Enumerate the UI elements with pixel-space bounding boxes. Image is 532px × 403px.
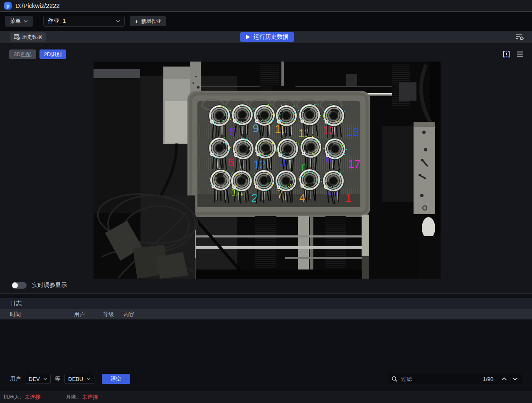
level-filter-label: 等 [55,375,60,383]
divider [38,17,38,25]
svg-text:6: 6 [228,156,234,169]
menu-button-label: 菜单 [10,17,21,25]
clear-log-button[interactable]: 清空 [102,374,130,384]
play-icon [246,35,250,40]
filter-input[interactable] [401,376,480,382]
col-user: 用户 [74,311,103,318]
svg-text:17: 17 [348,158,360,171]
chevron-down-icon [116,20,120,22]
view-tabs: 3D匹配 2D识别 [9,49,66,59]
menu-button[interactable]: 菜单 [5,16,33,27]
robot-status-label: 机器人: [3,393,21,401]
live-tuning-label: 实时调参显示 [32,282,67,289]
robot-status-value: 未连接 [25,393,41,401]
filter-settings-icon [515,33,525,41]
camera-status-value: 未连接 [82,393,98,401]
app-logo-icon: p [4,2,12,10]
chevron-down-icon [512,377,517,381]
prev-match-button[interactable] [500,377,508,381]
col-content: 内容 [123,311,532,318]
log-controls: 用户 DEV 等 DEBU 清空 1/90 [0,372,532,386]
tab-2d-recognition[interactable]: 2D识别 [39,49,66,59]
user-filter-value: DEV [29,376,40,382]
tab-3d-label: 3D匹配 [14,51,32,58]
divider [497,376,497,382]
live-tuning-toggle[interactable] [12,282,27,289]
toolbar: 历史数据 运行历史数据 [0,31,532,43]
camera-image: 59101113166123081714274151 [94,62,441,279]
history-list-icon [14,34,20,40]
log-search: 1/90 [388,373,522,384]
search-icon [392,376,398,382]
new-job-label: 新增作业 [141,18,161,25]
fit-view-button[interactable] [502,50,511,59]
tab-3d-match[interactable]: 3D匹配 [9,49,36,59]
title-bar: p D:/Pickwiz/2222 [0,0,532,12]
camera-scene: 59101113166123081714274151 [94,62,441,279]
log-title: 日志 [0,298,532,309]
window-title: D:/Pickwiz/2222 [15,2,60,9]
log-table-header: 时间 用户 等级 内容 [0,309,532,319]
app-window: p D:/Pickwiz/2222 菜单 作业_1 + 新增作业 [0,0,532,403]
menu-bar: 菜单 作业_1 + 新增作业 [0,12,532,31]
live-tuning-row: 实时调参显示 [12,282,67,289]
status-bar: 机器人: 未连接 相机: 未连接 [0,391,532,403]
camera-status-label: 相机: [66,393,79,401]
fit-view-icon [502,50,511,58]
run-history-label: 运行历史数据 [254,33,288,41]
user-filter-label: 用户 [10,375,21,383]
history-data-button[interactable]: 历史数据 [10,32,46,42]
clear-log-label: 清空 [111,375,121,383]
log-body[interactable] [0,319,532,372]
chevron-down-icon [86,378,91,380]
new-job-button[interactable]: + 新增作业 [130,16,166,26]
col-time: 时间 [10,311,74,318]
job-select[interactable]: 作业_1 [43,16,125,27]
match-counter: 1/90 [483,376,493,382]
run-history-button[interactable]: 运行历史数据 [240,32,294,42]
next-match-button[interactable] [511,377,519,381]
tab-2d-label: 2D识别 [44,51,62,58]
level-filter-value: DEBU [68,376,83,382]
svg-text:1: 1 [345,192,352,204]
hamburger-menu-icon [517,51,524,57]
col-level: 等级 [103,311,123,318]
svg-text:16: 16 [346,126,359,138]
level-filter-select[interactable]: DEBU [64,374,94,384]
history-data-label: 历史数据 [22,34,42,41]
chevron-up-icon [502,377,507,381]
chevron-down-icon [24,20,28,22]
toggle-knob [12,282,18,288]
log-filter-settings-button[interactable] [515,33,525,42]
main-content: 3D匹配 2D识别 [0,43,532,293]
log-title-label: 日志 [10,300,22,307]
log-panel: 日志 时间 用户 等级 内容 用户 DEV 等 DEBU 清空 [0,293,532,391]
plus-icon: + [135,18,138,25]
user-filter-select[interactable]: DEV [25,374,51,384]
job-select-value: 作业_1 [48,17,66,25]
chevron-down-icon [43,378,47,380]
view-menu-button[interactable] [517,51,524,59]
